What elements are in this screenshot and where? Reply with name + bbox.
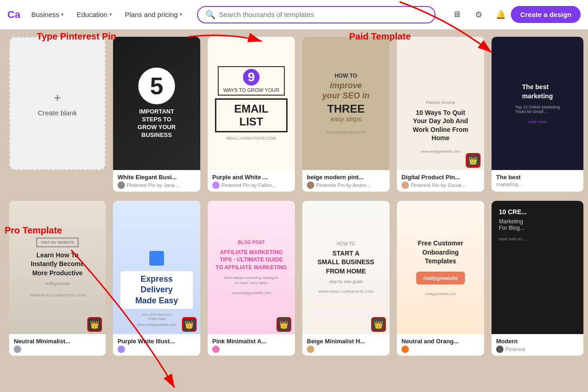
template-info: Neutral Minimalist... — [9, 334, 106, 356]
main-content: + Create blank 5 IMPORTANTSTEPS TOGROW Y… — [0, 29, 588, 363]
template-name: The best — [496, 174, 579, 181]
template-meta: Pinterest — [496, 346, 579, 353]
template-info: Pink Minimalist A... — [208, 334, 295, 356]
nav-icons: 🖥 ⚙ 🔔 — [448, 6, 509, 23]
template-meta: marketing... — [496, 182, 579, 187]
template-meta — [307, 346, 385, 353]
author-avatar — [14, 346, 21, 353]
gear-icon[interactable]: ⚙ — [470, 6, 487, 23]
template-meta — [118, 346, 196, 353]
template-card-neutral-orange[interactable]: Free CustomerOnboardingTemplates reallyg… — [397, 201, 484, 356]
author-avatar — [401, 346, 409, 353]
pro-crown-badge-pink: 👑 — [277, 317, 291, 332]
desktop-icon[interactable]: 🖥 — [448, 6, 465, 23]
search-icon: 🔍 — [205, 10, 215, 20]
search-bar[interactable]: 🔍 — [197, 6, 435, 23]
template-meta: Pinterest Pin by Andre... — [307, 182, 385, 189]
template-meta — [212, 346, 290, 353]
author-avatar — [401, 182, 409, 189]
author-avatar — [212, 346, 220, 353]
template-meta: Pinterest Pin by Jana ... — [118, 182, 196, 189]
create-design-button[interactable]: Create a design — [511, 6, 581, 23]
template-name: Beige Minimalist H... — [307, 338, 385, 345]
chevron-down-icon: ▾ — [109, 11, 112, 17]
template-info: Beige Minimalist H... — [302, 334, 390, 356]
template-info: Digital Product Pin... Pinterest Pin by … — [397, 170, 484, 192]
author-avatar — [496, 346, 503, 353]
template-name: Purple and White ... — [212, 174, 290, 181]
template-card-beige-min-h[interactable]: HOW TO START ASMALL BUSINESSFROM HOME st… — [302, 201, 390, 356]
template-card-purple-illust[interactable]: Express DeliveryMade Easy Get 42% Discou… — [113, 201, 200, 356]
create-blank-card[interactable]: + Create blank — [9, 37, 106, 170]
template-card-modern-right[interactable]: 10 CRE... MarketingFor Blog... read now … — [492, 201, 583, 356]
navbar: Ca Business ▾ Education ▾ Plans and pric… — [0, 0, 588, 29]
template-info: Purple and White ... Pinterest Pin by Fa… — [208, 170, 295, 192]
template-name: Purple White Illust... — [118, 338, 196, 345]
bell-icon[interactable]: 🔔 — [492, 6, 509, 23]
template-card-purple-white[interactable]: 9 WAYS TO GROW YOUR EMAIL LIST REALLYGRE… — [208, 37, 295, 192]
author-avatar — [212, 182, 220, 189]
template-name: Pink Minimalist A... — [212, 338, 290, 345]
paid-crown-badge: 👑 — [466, 153, 481, 168]
pro-crown-badge-neutral: 👑 — [87, 317, 102, 332]
template-card-white-elegant[interactable]: 5 IMPORTANTSTEPS TOGROW YOURBUSINESS Whi… — [113, 37, 200, 192]
template-info: Modern Pinterest — [492, 334, 583, 356]
nav-label-education: Education — [77, 11, 107, 18]
template-info: White Elegant Busi... Pinterest Pin by J… — [113, 170, 200, 192]
logo: Ca — [7, 9, 20, 21]
template-name: White Elegant Busi... — [118, 174, 196, 181]
author-avatar — [118, 182, 125, 189]
template-card-dark-marketing[interactable]: The bestmarketing Top 10 Online Marketin… — [492, 37, 583, 192]
template-name: Neutral and Orang... — [401, 338, 480, 345]
author-avatar — [307, 182, 314, 189]
template-card-pink-min[interactable]: BLOG POST AFFILIATE MARKETINGTIPS - ULTI… — [208, 201, 295, 356]
search-input[interactable] — [219, 11, 427, 18]
nav-item-plans[interactable]: Plans and pricing ▾ — [119, 7, 188, 22]
template-meta: Pinterest Pin by Social... — [401, 182, 480, 189]
template-name: beige modern pint... — [307, 174, 385, 181]
template-card-digital-product[interactable]: Passive Income 10 Ways To QuitYour Day J… — [397, 37, 484, 192]
template-info: beige modern pint... Pinterest Pin by An… — [302, 170, 390, 192]
template-card-neutral-min[interactable]: VISIT MY WEBSITE Learn How ToInstantly B… — [9, 201, 106, 356]
author-avatar — [118, 346, 125, 353]
nav-label-plans: Plans and pricing — [125, 11, 178, 18]
template-name: Modern — [496, 338, 579, 345]
chevron-down-icon: ▾ — [180, 11, 182, 17]
template-info: Neutral and Orang... — [397, 334, 484, 356]
template-name: Digital Product Pin... — [401, 174, 480, 181]
nav-label-business: Business — [31, 11, 59, 18]
template-meta: Pinterest Pin by Fallon... — [212, 182, 290, 189]
author-avatar — [307, 346, 314, 353]
template-name: Neutral Minimalist... — [14, 338, 101, 345]
template-meta — [401, 346, 480, 353]
template-info: Purple White Illust... — [113, 334, 200, 356]
nav-item-business[interactable]: Business ▾ — [26, 7, 69, 22]
template-meta — [14, 346, 101, 353]
pro-crown-badge-beige: 👑 — [371, 317, 386, 332]
template-grid-row1: + Create blank 5 IMPORTANTSTEPS TOGROW Y… — [9, 37, 579, 192]
plus-icon: + — [54, 91, 61, 105]
template-info: The best marketing... — [492, 170, 583, 190]
nav-item-education[interactable]: Education ▾ — [71, 7, 118, 22]
pro-crown-badge-purple: 👑 — [182, 317, 197, 332]
template-card-beige-modern[interactable]: HOW TO improveyour SEO in THREE easy ste… — [302, 37, 390, 192]
template-grid-row2: VISIT MY WEBSITE Learn How ToInstantly B… — [9, 201, 579, 356]
create-blank-label: Create blank — [38, 109, 77, 117]
chevron-down-icon: ▾ — [61, 11, 64, 17]
